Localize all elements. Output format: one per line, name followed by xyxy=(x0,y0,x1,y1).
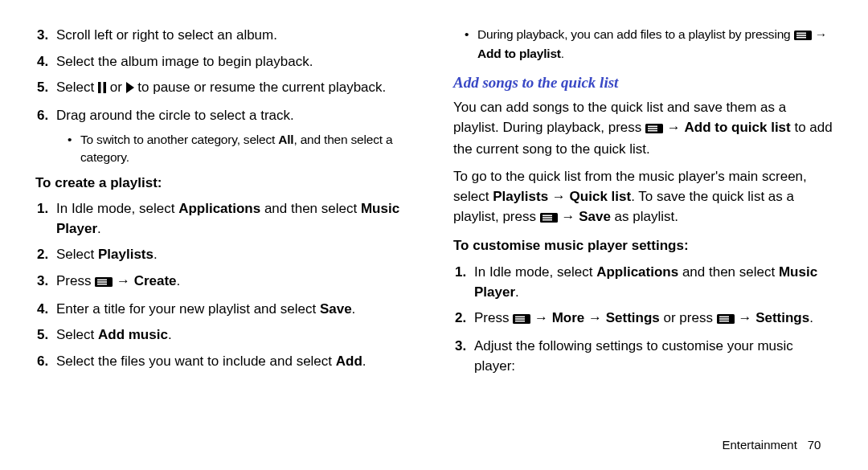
step-text: or press xyxy=(660,310,717,325)
sub-text: To switch to another category, select xyxy=(80,133,278,146)
paragraph: You can add songs to the quick list and … xyxy=(453,98,833,159)
svg-rect-9 xyxy=(796,35,806,36)
list-item: To switch to another category, select Al… xyxy=(71,131,415,167)
dot: . xyxy=(154,247,158,262)
steps-list-1: Scroll left or right to select an album.… xyxy=(35,26,415,167)
step-text: Drag around the circle to select a track… xyxy=(56,108,294,123)
arrow: → xyxy=(534,310,552,325)
svg-rect-10 xyxy=(796,37,806,39)
customise-heading: To customise music player settings: xyxy=(453,236,833,256)
step-text: Press xyxy=(474,310,513,325)
bold-more: More xyxy=(552,310,585,325)
list-item: Select the files you want to include and… xyxy=(53,352,415,372)
steps-list-2: In Idle mode, select Applications and th… xyxy=(35,199,415,371)
paragraph: To go to the quick list from the music p… xyxy=(453,167,833,228)
list-item: In Idle mode, select Applications and th… xyxy=(471,263,833,302)
step-text: Select xyxy=(56,247,98,262)
menu-icon xyxy=(717,310,735,330)
svg-rect-0 xyxy=(98,82,101,93)
arrow: → xyxy=(584,310,605,325)
svg-rect-4 xyxy=(97,280,107,281)
svg-rect-21 xyxy=(515,318,525,320)
arrow: → xyxy=(667,120,685,135)
list-item: Drag around the circle to select a track… xyxy=(53,106,415,167)
bold-settings: Settings xyxy=(755,310,809,325)
left-column: Scroll left or right to select an album.… xyxy=(35,26,415,430)
sub-text: During playback, you can add files to a … xyxy=(477,27,794,41)
dot: . xyxy=(168,327,172,342)
svg-rect-6 xyxy=(97,284,107,285)
svg-rect-14 xyxy=(648,130,657,132)
svg-rect-16 xyxy=(542,215,552,216)
list-item: Select Add music. xyxy=(53,325,415,345)
step-text: and then select xyxy=(678,264,779,280)
menu-icon xyxy=(513,310,530,330)
right-sublist: During playback, you can add files to a … xyxy=(453,26,833,63)
right-column: During playback, you can add files to a … xyxy=(453,26,833,430)
create-playlist-heading: To create a playlist: xyxy=(35,174,415,194)
pause-icon xyxy=(98,80,106,100)
page-number: 70 xyxy=(800,436,828,454)
svg-rect-17 xyxy=(542,217,552,219)
svg-rect-18 xyxy=(542,219,552,221)
svg-rect-20 xyxy=(515,317,525,318)
step-text: to pause or resume the current playback. xyxy=(137,80,386,95)
bold-add-music: Add music xyxy=(98,327,168,342)
arrow: → xyxy=(561,209,579,224)
svg-rect-5 xyxy=(97,281,107,283)
dot: . xyxy=(362,354,366,369)
svg-rect-12 xyxy=(648,126,657,128)
list-item: Select or to pause or resume the current… xyxy=(53,78,415,100)
list-item: In Idle mode, select Applications and th… xyxy=(53,199,415,239)
bold-add-quick-list: Add to quick list xyxy=(685,120,791,135)
svg-rect-1 xyxy=(103,82,106,93)
play-icon xyxy=(126,80,134,100)
list-item: Scroll left or right to select an album. xyxy=(53,26,415,46)
svg-rect-8 xyxy=(796,33,806,35)
step-text: or xyxy=(110,80,126,95)
dot: . xyxy=(177,273,181,288)
bold-applications: Applications xyxy=(596,264,678,280)
bold-add-to-playlist: Add to playlist xyxy=(477,47,561,60)
list-item: Adjust the following settings to customi… xyxy=(471,337,833,376)
menu-icon xyxy=(95,273,113,293)
svg-rect-25 xyxy=(719,318,729,320)
bold-create: Create xyxy=(134,273,177,288)
bold-add: Add xyxy=(336,354,362,369)
menu-icon xyxy=(794,27,812,45)
menu-icon xyxy=(540,209,558,229)
bold-playlists: Playlists xyxy=(493,189,548,204)
step-text: and then select xyxy=(260,201,361,216)
dot: . xyxy=(352,301,356,317)
dot: . xyxy=(561,47,564,60)
step-text: Select xyxy=(56,80,98,95)
step-text: Press xyxy=(56,273,95,288)
bold-save: Save xyxy=(320,301,352,317)
dot: . xyxy=(809,310,813,325)
arrow: → xyxy=(117,273,134,288)
step-text: Select the album image to begin playback… xyxy=(56,54,313,69)
section-heading: Add songs to the quick list xyxy=(453,72,833,94)
list-item: Press → Create. xyxy=(53,272,415,293)
steps-list-3: In Idle mode, select Applications and th… xyxy=(453,263,833,376)
step-text: Select xyxy=(56,327,98,342)
footer-section: Entertainment xyxy=(722,438,796,452)
bold-all: All xyxy=(278,133,293,146)
dot: . xyxy=(97,221,101,236)
list-item: Select the album image to begin playback… xyxy=(53,52,415,72)
bold-quick-list: Quick list xyxy=(570,189,632,204)
bold-applications: Applications xyxy=(178,201,260,216)
arrow: → xyxy=(738,310,755,325)
bold-playlists: Playlists xyxy=(98,247,154,262)
step-text: Enter a title for your new playlist and … xyxy=(56,301,320,317)
arrow: → xyxy=(815,27,827,41)
step-text: Adjust the following settings to customi… xyxy=(474,338,793,374)
arrow: → xyxy=(548,189,569,204)
page-footer: Entertainment 70 xyxy=(35,436,833,454)
list-item: During playback, you can add files to a … xyxy=(468,26,833,63)
svg-rect-13 xyxy=(648,128,657,129)
list-item: Press → More → Settings or press → Setti… xyxy=(471,309,833,330)
list-item: Enter a title for your new playlist and … xyxy=(53,300,415,320)
svg-marker-2 xyxy=(126,82,134,93)
step-text: In Idle mode, select xyxy=(56,201,178,216)
